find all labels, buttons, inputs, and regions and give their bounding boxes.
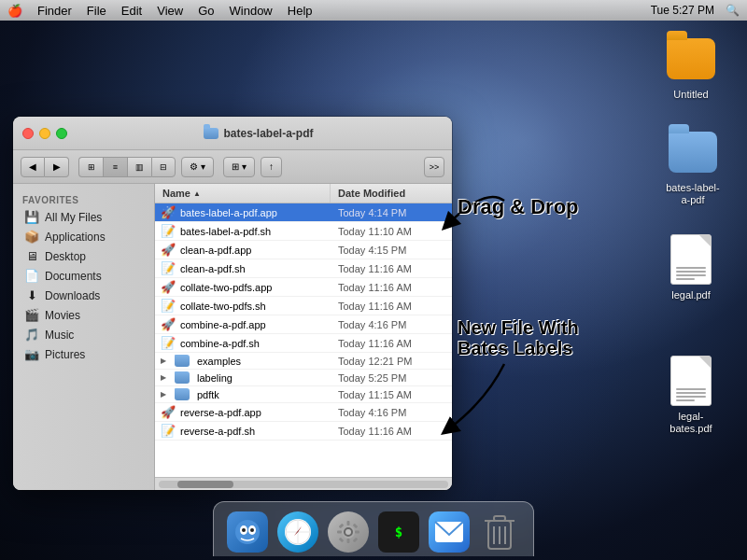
dock-item-system-prefs[interactable] xyxy=(326,508,371,553)
applications-icon: 📦 xyxy=(24,230,39,244)
documents-icon: 📄 xyxy=(24,269,39,283)
dock-item-mail[interactable] xyxy=(427,508,472,553)
file-row[interactable]: 📝 reverse-a-pdf.sh Today 11:16 AM xyxy=(155,422,452,441)
folder-orange-icon xyxy=(665,33,717,85)
sidebar-item-all-my-files[interactable]: 💾 All My Files xyxy=(15,207,152,227)
scrollbar-area xyxy=(155,477,452,490)
file-row[interactable]: ▶ pdftk Today 11:15 AM xyxy=(155,386,452,403)
file-row[interactable]: 🚀 bates-label-a-pdf.app Today 4:14 PM xyxy=(155,203,452,222)
folder-blue-icon xyxy=(667,126,719,178)
icon-view-button[interactable]: ⊞ xyxy=(78,157,103,177)
script-icon: 📝 xyxy=(161,261,176,275)
minimize-button[interactable] xyxy=(39,128,50,139)
date-column-header[interactable]: Date Modified xyxy=(331,184,452,203)
action-button[interactable]: ⚙ ▾ xyxy=(181,157,214,177)
action-chevron-icon: ▾ xyxy=(201,161,205,172)
sidebar-item-desktop[interactable]: 🖥 Desktop xyxy=(15,246,152,266)
file-name: clean-a-pdf.app xyxy=(180,245,251,256)
arrange-button[interactable]: ⊞ ▾ xyxy=(223,157,255,177)
gear-icon: ⚙ xyxy=(190,161,198,172)
file-row[interactable]: 📝 bates-label-a-pdf.sh Today 11:10 AM xyxy=(155,222,452,241)
maximize-button[interactable] xyxy=(56,128,67,139)
toolbar-overflow-button[interactable]: >> xyxy=(424,157,444,177)
sidebar-item-applications[interactable]: 📦 Applications xyxy=(15,227,152,246)
window-menu[interactable]: Window xyxy=(230,4,273,18)
sidebar-item-label: Documents xyxy=(45,270,102,283)
folder-row-icon xyxy=(175,388,190,400)
file-row[interactable]: 🚀 collate-two-pdfs.app Today 11:16 AM xyxy=(155,278,452,297)
file-date: Today 4:16 PM xyxy=(331,407,452,418)
help-menu[interactable]: Help xyxy=(288,4,313,18)
mail-dock-icon xyxy=(429,511,470,553)
dock-item-terminal[interactable]: $ xyxy=(376,508,421,553)
svg-point-3 xyxy=(242,528,246,532)
script-icon: 📝 xyxy=(161,299,176,313)
file-name: clean-a-pdf.sh xyxy=(180,263,246,274)
scrollbar-track[interactable] xyxy=(159,481,448,488)
column-view-button[interactable]: ▥ xyxy=(127,157,151,177)
back-button[interactable]: ◀ xyxy=(21,157,45,177)
arrange-icon: ⊞ xyxy=(232,161,239,172)
app-icon: 🚀 xyxy=(161,280,176,294)
desktop-icon-untitled[interactable]: Untitled xyxy=(654,33,728,101)
list-view-button[interactable]: ≡ xyxy=(103,157,127,177)
close-button[interactable] xyxy=(22,128,34,139)
file-date: Today 11:16 AM xyxy=(331,282,452,293)
file-name-cell: 📝 clean-a-pdf.sh xyxy=(155,261,331,275)
dock-item-finder[interactable] xyxy=(225,508,270,553)
sidebar-item-movies[interactable]: 🎬 Movies xyxy=(15,305,152,325)
file-menu[interactable]: File xyxy=(87,4,106,18)
file-name: bates-label-a-pdf.sh xyxy=(180,226,271,237)
safari-dock-icon xyxy=(277,511,318,553)
svg-rect-14 xyxy=(347,539,350,543)
sort-arrow-icon: ▲ xyxy=(193,189,201,198)
file-name-cell: 🚀 collate-two-pdfs.app xyxy=(155,280,331,294)
dock-item-trash[interactable] xyxy=(477,508,522,553)
desktop-icon-legal-pdf[interactable]: legal.pdf xyxy=(654,233,728,301)
dock-item-safari[interactable] xyxy=(275,508,320,553)
name-column-header[interactable]: Name ▲ xyxy=(155,184,331,203)
script-icon: 📝 xyxy=(161,336,176,350)
file-row[interactable]: 🚀 clean-a-pdf.app Today 4:15 PM xyxy=(155,241,452,259)
file-row[interactable]: 🚀 combine-a-pdf.app Today 4:16 PM xyxy=(155,315,452,334)
desktop-icon-sidebar: 🖥 xyxy=(24,249,39,263)
sidebar-item-label: Pictures xyxy=(45,348,85,361)
file-list-header: Name ▲ Date Modified xyxy=(155,184,452,203)
view-buttons: ⊞ ≡ ▥ ⊟ xyxy=(78,157,176,177)
desktop-icon-bates-folder[interactable]: bates-label- a-pdf xyxy=(655,126,730,206)
file-name: collate-two-pdfs.app xyxy=(180,282,272,293)
scrollbar-thumb[interactable] xyxy=(177,481,233,488)
desktop-icon-legal-bates-pdf[interactable]: legal- bates.pdf xyxy=(654,355,728,435)
file-row[interactable]: 📝 collate-two-pdfs.sh Today 11:16 AM xyxy=(155,297,452,315)
expand-icon[interactable]: ▶ xyxy=(161,390,170,399)
file-name: collate-two-pdfs.sh xyxy=(180,301,266,312)
sidebar-item-documents[interactable]: 📄 Documents xyxy=(15,266,152,286)
pictures-icon: 📷 xyxy=(24,347,39,361)
go-menu[interactable]: Go xyxy=(198,4,214,18)
sidebar-item-downloads[interactable]: ⬇ Downloads xyxy=(15,286,152,305)
sidebar-item-music[interactable]: 🎵 Music xyxy=(15,325,152,344)
file-row[interactable]: 📝 combine-a-pdf.sh Today 11:16 AM xyxy=(155,334,452,353)
file-row[interactable]: ▶ examples Today 12:21 PM xyxy=(155,353,452,370)
search-icon[interactable]: 🔍 xyxy=(726,4,740,17)
coverflow-button[interactable]: ⊟ xyxy=(151,157,176,177)
finder-window: bates-label-a-pdf ◀ ▶ ⊞ ≡ ▥ ⊟ ⚙ ▾ ⊞ ▾ xyxy=(13,117,452,490)
file-row[interactable]: ▶ labeling Today 5:25 PM xyxy=(155,370,452,386)
forward-button[interactable]: ▶ xyxy=(45,157,69,177)
share-button[interactable]: ↑ xyxy=(261,157,282,177)
file-row[interactable]: 📝 clean-a-pdf.sh Today 11:16 AM xyxy=(155,259,452,278)
file-row[interactable]: 🚀 reverse-a-pdf.app Today 4:16 PM xyxy=(155,403,452,422)
menubar-right: Tue 5:27 PM 🔍 xyxy=(651,4,740,17)
file-name: bates-label-a-pdf.app xyxy=(180,207,277,218)
file-name-cell: 🚀 reverse-a-pdf.app xyxy=(155,405,331,419)
sidebar-item-pictures[interactable]: 📷 Pictures xyxy=(15,344,152,364)
view-menu[interactable]: View xyxy=(157,4,183,18)
clock: Tue 5:27 PM xyxy=(651,4,714,17)
edit-menu[interactable]: Edit xyxy=(121,4,142,18)
finder-menu[interactable]: Finder xyxy=(37,4,72,18)
file-list: Name ▲ Date Modified 🚀 bates-label-a-pdf… xyxy=(155,184,452,477)
expand-icon[interactable]: ▶ xyxy=(161,373,170,382)
apple-menu[interactable]: 🍎 xyxy=(7,4,22,18)
expand-icon[interactable]: ▶ xyxy=(161,357,170,365)
script-icon: 📝 xyxy=(161,424,176,438)
